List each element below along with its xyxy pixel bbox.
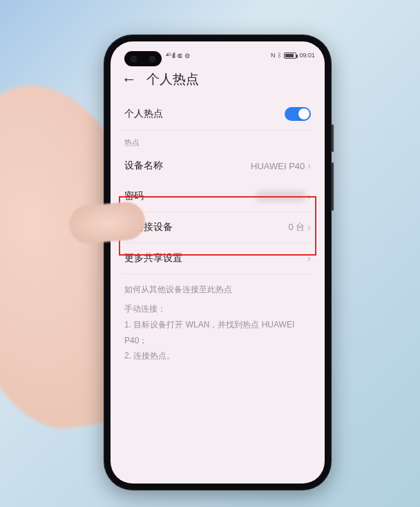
connected-value: 0 台: [288, 221, 305, 233]
info-sub: 手动连接：: [124, 301, 311, 317]
hotspot-toggle-label: 个人热点: [124, 108, 163, 120]
nfc-icon: N: [271, 52, 276, 59]
chevron-right-icon: ›: [307, 253, 311, 264]
section-label-hotspot: 热点: [123, 131, 312, 151]
connected-devices-row[interactable]: 已连接设备 0 台 ›: [123, 212, 312, 243]
back-button[interactable]: ←: [122, 72, 137, 87]
chevron-right-icon: ›: [307, 160, 311, 171]
info-step-1: 1. 目标设备打开 WLAN，并找到热点 HUAWEI P40；: [124, 317, 311, 349]
bluetooth-icon: ᛒ: [278, 52, 281, 59]
hotspot-toggle-row[interactable]: 个人热点: [123, 98, 312, 131]
status-time: 09:01: [299, 52, 315, 59]
device-name-value: HUAWEI P40: [251, 161, 305, 171]
battery-icon: [284, 52, 296, 59]
hotspot-toggle-switch[interactable]: [285, 107, 311, 121]
info-title: 如何从其他设备连接至此热点: [123, 274, 312, 301]
chevron-right-icon: ›: [307, 222, 311, 233]
camera-cutout: [124, 51, 162, 66]
info-body: 手动连接： 1. 目标设备打开 WLAN，并找到热点 HUAWEI P40； 2…: [123, 301, 312, 364]
more-share-row[interactable]: 更多共享设置 ›: [123, 243, 312, 274]
signal-icon: ⁴ᴳ ıll: [166, 52, 175, 59]
password-row[interactable]: 密码 ›: [123, 181, 312, 212]
password-label: 密码: [124, 190, 144, 202]
password-value-hidden: [256, 191, 305, 202]
wifi-icon: ⋐: [177, 52, 182, 59]
header: ← 个人热点: [111, 65, 325, 98]
more-share-label: 更多共享设置: [124, 252, 182, 265]
device-name-label: 设备名称: [124, 160, 163, 172]
hotspot-icon: ⊚: [184, 52, 190, 59]
device-name-row[interactable]: 设备名称 HUAWEI P40 ›: [123, 151, 312, 181]
info-step-2: 2. 连接热点。: [124, 348, 311, 364]
chevron-right-icon: ›: [307, 191, 311, 202]
page-title: 个人热点: [146, 70, 199, 88]
